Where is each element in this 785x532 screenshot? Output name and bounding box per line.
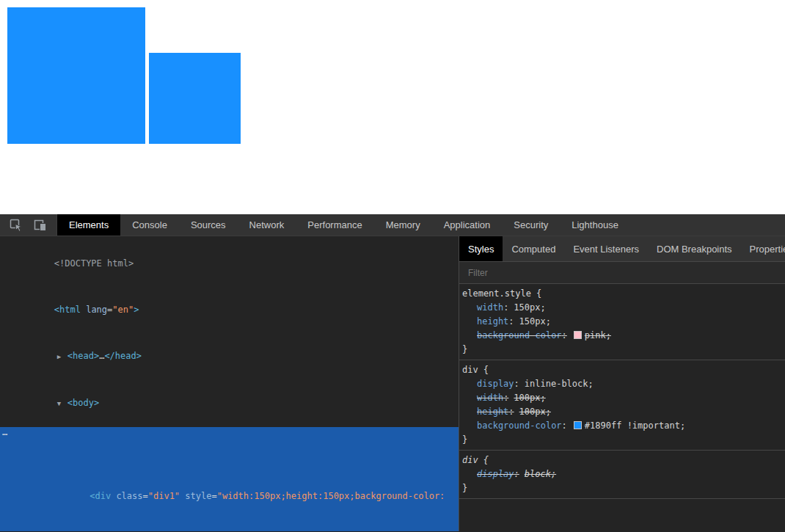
style-rule-div-default: div{ display:block; }	[459, 451, 785, 499]
inspect-element-icon[interactable]	[9, 218, 23, 233]
style-filter-input[interactable]	[467, 267, 778, 279]
style-rule-div-matched: div{ display:inline-block; width:100px; …	[459, 360, 785, 451]
styles-filter-bar	[459, 262, 785, 284]
style-rule-element-style: element.style{ width:150px; height:150px…	[459, 284, 785, 360]
browser-viewport	[0, 0, 785, 214]
doctype-text: <!DOCTYPE html>	[54, 258, 134, 269]
rule-close-brace: }	[459, 481, 785, 495]
dom-node-head[interactable]: ▶<head>…</head>	[0, 333, 459, 380]
more-actions-icon[interactable]: ⋯	[2, 427, 7, 442]
tab-lighthouse[interactable]: Lighthouse	[560, 214, 630, 236]
color-swatch-pink[interactable]	[574, 331, 582, 339]
expand-icon-head[interactable]: ▶	[57, 349, 67, 365]
tab-sources[interactable]: Sources	[179, 214, 238, 236]
tab-dom-breakpoints[interactable]: DOM Breakpoints	[648, 236, 741, 261]
color-swatch-blue[interactable]	[574, 421, 582, 429]
device-toolbar-icon[interactable]	[33, 218, 48, 233]
tab-performance[interactable]: Performance	[296, 214, 373, 236]
devtools-toolbar-icons	[0, 214, 57, 236]
tab-event-listeners[interactable]: Event Listeners	[564, 236, 648, 261]
tab-properties[interactable]: Properties	[741, 236, 785, 261]
tab-network[interactable]: Network	[238, 214, 296, 236]
dom-node-html-open[interactable]: <html lang="en">	[0, 287, 459, 333]
css-property-width[interactable]: width:150px;	[459, 301, 785, 315]
css-property-height-overridden[interactable]: height:100px;	[459, 405, 785, 419]
expand-icon-body[interactable]: ▼	[57, 396, 67, 412]
tab-styles[interactable]: Styles	[459, 236, 503, 261]
rule-close-brace: }	[459, 433, 785, 447]
styles-sidebar: Styles Computed Event Listeners DOM Brea…	[459, 236, 785, 531]
devtools-tabs: Elements Console Sources Network Perform…	[57, 214, 630, 236]
dom-node-div1-selected[interactable]: ⋯ <div class="div1" style="width:150px;h…	[0, 427, 459, 531]
rule-selector[interactable]: div{	[459, 453, 785, 467]
dom-node-div1-line1: <div class="div1" style="width:150px;hei…	[0, 473, 459, 520]
css-property-height[interactable]: height:150px;	[459, 315, 785, 329]
devtools-toolbar: Elements Console Sources Network Perform…	[0, 214, 785, 236]
dom-node-body-open[interactable]: ▼<body>	[0, 380, 459, 427]
rule-selector[interactable]: element.style{	[459, 287, 785, 301]
tab-security[interactable]: Security	[502, 214, 560, 236]
tab-computed[interactable]: Computed	[503, 236, 564, 261]
blue-square-small	[149, 53, 241, 144]
elements-tree: <!DOCTYPE html> <html lang="en"> ▶<head>…	[0, 236, 459, 531]
tab-elements[interactable]: Elements	[57, 214, 120, 236]
styles-sidebar-tabs: Styles Computed Event Listeners DOM Brea…	[459, 236, 785, 262]
rule-close-brace: }	[459, 343, 785, 357]
tab-console[interactable]: Console	[120, 214, 179, 236]
blue-square-large	[7, 7, 145, 144]
rule-selector[interactable]: div{	[459, 363, 785, 377]
css-property-width-overridden[interactable]: width:100px;	[459, 391, 785, 405]
dom-node-doctype[interactable]: <!DOCTYPE html>	[0, 241, 459, 287]
tab-application[interactable]: Application	[432, 214, 503, 236]
tab-memory[interactable]: Memory	[374, 214, 432, 236]
css-property-display[interactable]: display:inline-block;	[459, 377, 785, 391]
devtools-body: <!DOCTYPE html> <html lang="en"> ▶<head>…	[0, 236, 785, 531]
css-property-display-overridden[interactable]: display:block;	[459, 467, 785, 481]
css-property-background-color[interactable]: background-color:#1890ff !important;	[459, 419, 785, 433]
devtools-panel: Elements Console Sources Network Perform…	[0, 214, 785, 532]
css-property-background-color-overridden[interactable]: background-color:pink;	[459, 329, 785, 343]
